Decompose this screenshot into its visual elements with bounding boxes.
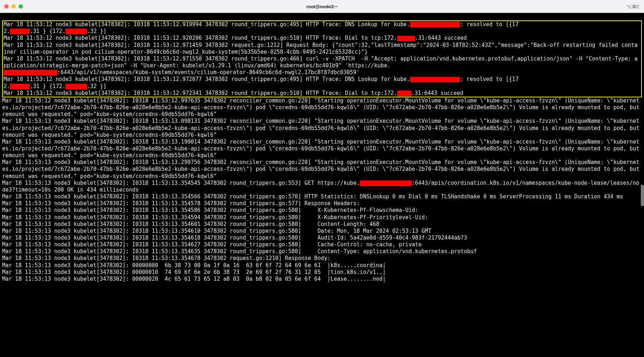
log-line: Mar 18 11:53:13 node3 kubelet[3478302]: …: [2, 221, 379, 227]
window-titlebar: root@node3:~ ⌥⌘2: [0, 0, 644, 13]
log-line: .32 }]: [87, 83, 107, 90]
redacted-ip: [65, 84, 87, 90]
log-line: Mar 18 11:53:13 node3 kubelet[3478302]: …: [2, 276, 386, 282]
log-line: Mar 18 11:53:12 node3 kubelet[3478302]: …: [4, 56, 638, 69]
log-line: 2.: [4, 28, 10, 34]
log-line: Mar 18 11:53:13 node3 kubelet[3478302]: …: [2, 255, 331, 261]
redacted-hostname: [360, 180, 412, 186]
terminal-output[interactable]: Mar 18 11:53:12 node3 kubelet[3478302]: …: [0, 13, 644, 357]
log-line: Mar 18 11:53:13 node3 kubelet[3478302]: …: [2, 248, 477, 255]
log-line: Mar 18 11:53:13 node3 kubelet[3478302]: …: [2, 269, 386, 275]
log-line: Mar 18 11:53:12 node3 kubelet[3478302]: …: [4, 35, 397, 41]
log-line: Mar 18 11:53:13 node3 kubelet[3478302]: …: [2, 139, 643, 159]
log-line: Mar 18 11:53:12 node3 kubelet[3478302]: …: [4, 21, 410, 28]
log-line: Mar 18 11:53:13 node3 kubelet[3478302]: …: [2, 235, 467, 241]
log-line: : resolved to [{17: [460, 21, 519, 28]
log-line: 2.: [4, 83, 10, 90]
redacted-hostname: [410, 77, 460, 83]
log-line: Mar 18 11:53:13 node3 kubelet[3478302]: …: [2, 200, 360, 207]
log-line: .32 }]: [87, 28, 107, 34]
redacted-hostname: [410, 22, 460, 28]
window-title: root@node3:~: [0, 4, 644, 9]
redacted-ip: [65, 29, 87, 34]
log-line: Mar 18 11:53:13 node3 kubelet[3478302]: …: [2, 193, 623, 200]
log-line: .31:6443 succeed: [411, 90, 463, 96]
log-line: Mar 18 11:53:12 node3 kubelet[3478302]: …: [4, 42, 638, 55]
scrollbar-track[interactable]: [640, 13, 644, 357]
log-line: Mar 18 11:53:12 node3 kubelet[3478302]: …: [4, 90, 397, 96]
log-line: Mar 18 11:53:13 node3 kubelet[3478302]: …: [2, 262, 386, 269]
redacted-ip: [10, 84, 30, 90]
log-line: .31:6443 succeed: [415, 35, 467, 41]
redacted-hostname: [4, 70, 57, 76]
log-line: Mar 18 11:53:13 node3 kubelet[3478302]: …: [2, 214, 428, 221]
log-line: Mar 18 11:53:13 node3 kubelet[3478302]: …: [2, 228, 431, 234]
highlighted-region: Mar 18 11:53:12 node3 kubelet[3478302]: …: [2, 20, 642, 97]
log-line: Mar 18 11:53:13 node3 kubelet[3478302]: …: [2, 241, 421, 248]
redacted-ip: [397, 36, 415, 42]
log-line: Mar 18 11:53:13 node3 kubelet[3478302]: …: [2, 118, 643, 138]
log-line: Mar 18 11:53:12 node3 kubelet[3478302]: …: [4, 76, 410, 82]
log-line: : resolved to [{17: [460, 76, 519, 82]
log-line: Mar 18 11:53:12 node3 kubelet[3478302]: …: [2, 97, 643, 117]
window-shortcut-hint: ⌥⌘2: [626, 4, 639, 9]
log-line: Mar 18 11:53:13 node3 kubelet[3478302]: …: [2, 159, 643, 179]
redacted-ip: [397, 91, 411, 96]
log-line: .31 } {172.: [30, 83, 65, 90]
log-line: Mar 18 11:53:13 node3 kubelet[3478302]: …: [2, 207, 418, 213]
scrollbar-thumb[interactable]: [641, 185, 644, 206]
log-line: Mar 18 11:53:13 node3 kubelet[3478302]: …: [2, 180, 360, 186]
redacted-ip: [10, 29, 30, 34]
log-line: :6443/api/v1/namespaces/kube-system/even…: [57, 69, 360, 76]
log-line: .31 } {172.: [30, 28, 65, 34]
